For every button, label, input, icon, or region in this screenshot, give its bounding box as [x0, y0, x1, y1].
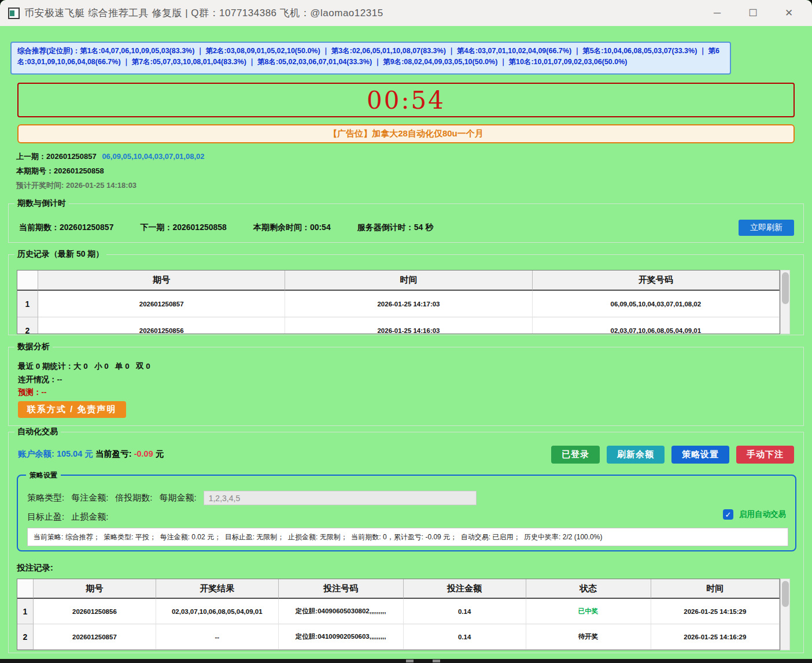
history-table-grid: 期号 时间 开奖号码 1 202601250857 2026-01-25 14:… — [17, 271, 780, 334]
app-window: 币安极速飞艇 综合推荐工具 修复版 | Q群：1077134386 飞机：@la… — [0, 0, 812, 659]
bets-table-grid: 期号 开奖结果 投注号码 投注金额 状态 时间 1 202601250856 0… — [17, 579, 780, 650]
bets-scrollbar-thumb[interactable] — [782, 581, 789, 607]
bets-header-amount[interactable]: 投注金额 — [404, 579, 526, 599]
action-buttons: 已登录 刷新余额 策略设置 手动下注 — [551, 446, 794, 464]
contact-disclaimer-button[interactable]: 联系方式 / 免责声明 — [18, 401, 126, 418]
history-row-1-numbers[interactable]: 06,09,05,10,04,03,07,01,08,02 — [533, 291, 780, 317]
taskbar-icon — [433, 660, 440, 662]
history-row-2-time[interactable]: 2026-01-25 14:16:03 — [285, 317, 532, 334]
stop-loss-label: 止损金额: — [71, 512, 108, 523]
bets-row-1-numbers[interactable]: 定位胆:04090605030802,,,,,,,,, — [279, 599, 404, 624]
manual-bet-button[interactable]: 手动下注 — [736, 446, 794, 464]
bets-header-status[interactable]: 状态 — [526, 579, 651, 599]
bets-row-2-status[interactable]: 待开奖 — [526, 624, 651, 650]
analysis-prediction: 预测：-- — [18, 387, 47, 398]
bets-row-2-numbers[interactable]: 定位胆:04100902050603,,,,,,,,, — [279, 624, 404, 650]
bets-row-1-time[interactable]: 2026-01-25 14:15:29 — [651, 599, 780, 624]
analysis-group: 数据分析 最近 0 期统计：大 0 小 0 单 0 双 0 连开情况：-- 预测… — [8, 347, 804, 426]
window-title: 币安极速飞艇 综合推荐工具 修复版 | Q群：1077134386 飞机：@la… — [24, 6, 383, 20]
strategy-settings-button[interactable]: 策略设置 — [671, 446, 729, 464]
refresh-balance-button[interactable]: 刷新余额 — [607, 446, 665, 464]
strategy-settings-box: 策略设置 策略类型: 每注金额: 倍投期数: 每期金额: 目标止盈: 止损金额:… — [17, 475, 796, 551]
analysis-streak: 连开情况：-- — [18, 375, 62, 385]
history-table: 期号 时间 开奖号码 1 202601250857 2026-01-25 14:… — [17, 270, 780, 334]
history-scrollbar[interactable] — [780, 270, 790, 334]
history-row-1-time[interactable]: 2026-01-25 14:17:03 — [285, 291, 532, 317]
history-header-period[interactable]: 期号 — [38, 271, 285, 291]
history-corner-cell — [17, 271, 38, 291]
bets-corner-cell — [17, 579, 34, 599]
bets-scrollbar[interactable] — [780, 579, 790, 650]
period-countdown-group: 期数与倒计时 当前期数：202601250857 下一期：20260125085… — [8, 203, 804, 243]
strategy-type-label: 策略类型: — [27, 492, 64, 503]
bets-table: 期号 开奖结果 投注号码 投注金额 状态 时间 1 202601250856 0… — [17, 579, 780, 650]
multiplier-periods-label: 倍投期数: — [115, 492, 152, 503]
minimize-icon[interactable]: ─ — [709, 8, 725, 19]
previous-period-numbers: 06,09,05,10,04,03,07,01,08,02 — [102, 152, 204, 161]
period-status-line: 当前期数：202601250857 下一期：202601250858 本期剩余时… — [19, 223, 433, 233]
history-row-2-period[interactable]: 202601250856 — [38, 317, 285, 334]
per-bet-amount-label: 每注金额: — [71, 492, 108, 503]
title-bar: 币安极速飞艇 综合推荐工具 修复版 | Q群：1077134386 飞机：@la… — [0, 0, 812, 26]
auto-trading-group-title: 自动化交易 — [14, 427, 61, 437]
auto-trade-label: 启用自动交易 — [739, 509, 786, 520]
ad-text: 【广告位】加拿大28自动化仅80u一个月 — [329, 128, 483, 139]
bets-row-2-index: 2 — [17, 624, 34, 650]
checkbox-checked-icon[interactable]: ✓ — [723, 509, 733, 520]
auto-trade-toggle[interactable]: ✓ 启用自动交易 — [723, 509, 786, 520]
strategy-line-1: 策略类型: 每注金额: 倍投期数: 每期金额: — [27, 491, 477, 505]
bets-row-1-index: 1 — [17, 599, 34, 624]
pnl-unit: 元 — [156, 449, 164, 458]
history-header-time[interactable]: 时间 — [285, 271, 532, 291]
bets-row-1-result[interactable]: 02,03,07,10,06,08,05,04,09,01 — [156, 599, 279, 624]
pnl-label: 当前盈亏: — [95, 449, 132, 458]
period-amount-input[interactable] — [204, 491, 477, 505]
countdown-value: 00:54 — [367, 86, 445, 114]
bets-header-result[interactable]: 开奖结果 — [156, 579, 279, 599]
ad-banner[interactable]: 【广告位】加拿大28自动化仅80u一个月 — [17, 124, 795, 143]
bets-row-2-time[interactable]: 2026-01-25 14:16:29 — [651, 624, 780, 650]
countdown-panel: 00:54 — [17, 83, 795, 117]
current-period-label: 本期期号：202601250858 — [16, 166, 205, 176]
period-group-title: 期数与倒计时 — [14, 198, 69, 209]
taskbar-strip — [0, 659, 812, 663]
balance-line: 账户余额: 105.04 元 当前盈亏: -0.09 元 — [18, 449, 164, 460]
draw-info: 上一期：202601250857 06,09,05,10,04,03,07,01… — [16, 151, 205, 195]
refresh-now-button[interactable]: 立即刷新 — [739, 220, 794, 236]
bets-header-period[interactable]: 期号 — [34, 579, 156, 599]
bets-row-1-period[interactable]: 202601250856 — [34, 599, 156, 624]
history-row-2-numbers[interactable]: 02,03,07,10,06,08,05,04,09,01 — [533, 317, 780, 334]
close-icon[interactable]: ✕ — [781, 7, 797, 19]
maximize-icon[interactable]: ☐ — [745, 7, 761, 19]
auto-trading-group: 自动化交易 账户余额: 105.04 元 当前盈亏: -0.09 元 已登录 刷… — [8, 432, 804, 653]
balance-value: 105.04 元 — [57, 449, 93, 458]
bets-row-1-amount[interactable]: 0.14 — [404, 599, 526, 624]
bets-row-1-status[interactable]: 已中奖 — [526, 599, 651, 624]
bets-row-2-amount[interactable]: 0.14 — [404, 624, 526, 650]
server-countdown-stat: 服务器倒计时：54 秒 — [357, 223, 433, 233]
bets-section-title: 投注记录: — [17, 562, 53, 573]
previous-period-line: 上一期：202601250857 06,09,05,10,04,03,07,01… — [16, 151, 205, 162]
per-period-amount-label: 每期金额: — [160, 492, 197, 503]
remaining-time-stat: 本期剩余时间：00:54 — [253, 223, 331, 233]
bets-header-numbers[interactable]: 投注号码 — [279, 579, 404, 599]
pnl-value: -0.09 — [134, 449, 153, 458]
logged-in-button[interactable]: 已登录 — [551, 446, 600, 464]
history-scrollbar-thumb[interactable] — [782, 272, 789, 304]
take-profit-label: 目标止盈: — [27, 512, 64, 523]
history-group: 历史记录（最新 50 期） 期号 时间 开奖号码 1 202601250857 … — [8, 254, 804, 335]
next-period-stat: 下一期：202601250858 — [140, 223, 226, 233]
strategy-line-2: 目标止盈: 止损金额: — [27, 512, 108, 523]
bets-row-2-result[interactable]: -- — [156, 624, 279, 650]
analysis-stats: 最近 0 期统计：大 0 小 0 单 0 双 0 — [18, 361, 150, 372]
history-row-1-period[interactable]: 202601250857 — [38, 291, 285, 317]
current-period-stat: 当前期数：202601250857 — [19, 223, 113, 233]
strategy-status-bar: 当前策略: 综合推荐； 策略类型: 平投； 每注金额: 0.02 元； 目标止盈… — [27, 528, 788, 546]
bets-row-2-period[interactable]: 202601250857 — [34, 624, 156, 650]
history-header-numbers[interactable]: 开奖号码 — [533, 271, 780, 291]
bets-header-time[interactable]: 时间 — [651, 579, 780, 599]
previous-period-label: 上一期：202601250857 — [16, 152, 97, 161]
recommendation-text: 综合推荐(定位胆)：第1名:04,07,06,10,09,05,03(83.3%… — [17, 46, 724, 68]
history-group-title: 历史记录（最新 50 期） — [14, 249, 106, 260]
strategy-box-title: 策略设置 — [26, 471, 61, 480]
